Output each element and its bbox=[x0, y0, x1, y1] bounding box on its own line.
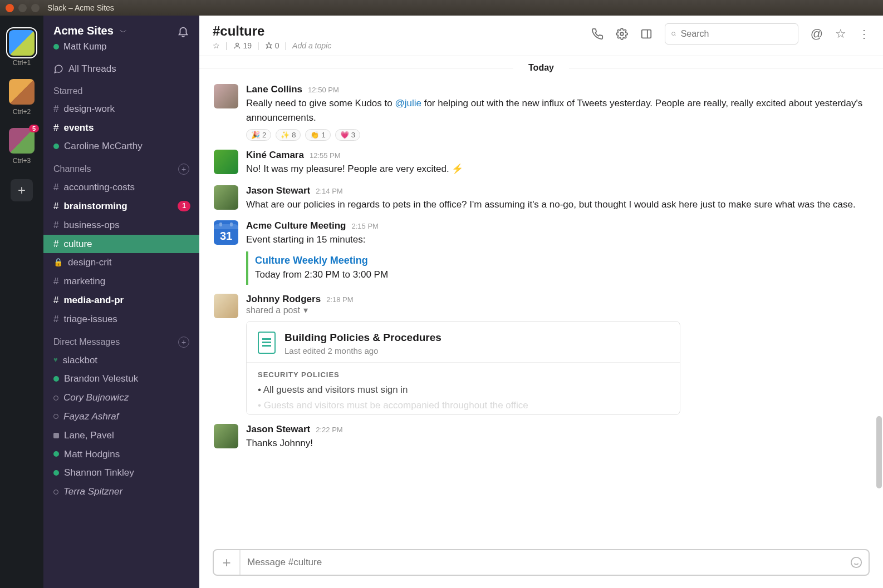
channel-business-ops[interactable]: #business-ops bbox=[43, 216, 199, 235]
svg-point-6 bbox=[851, 557, 861, 567]
workspace-2-shortcut: Ctrl+2 bbox=[13, 108, 31, 116]
dm-fayaz[interactable]: Fayaz Ashraf bbox=[43, 407, 199, 426]
message-list[interactable]: Today Lane Collins12:50 PM Really need t… bbox=[199, 56, 883, 545]
message-text: No! It was my pleasure! People are very … bbox=[246, 162, 869, 176]
message-time: 2:14 PM bbox=[316, 187, 342, 195]
workspace-1-shortcut: Ctrl+1 bbox=[13, 59, 31, 67]
pin-icon bbox=[265, 42, 273, 50]
member-count[interactable]: 19 bbox=[233, 41, 252, 50]
workspace-rail: Ctrl+1 Ctrl+2 5 Ctrl+3 + bbox=[0, 16, 43, 588]
message-text: Really need to give some Kudos to @julie… bbox=[246, 96, 869, 125]
more-menu-icon[interactable]: ⋮ bbox=[859, 27, 870, 41]
event-time: Today from 2:30 PM to 3:00 PM bbox=[255, 268, 862, 282]
avatar[interactable] bbox=[214, 84, 238, 108]
current-user-name: Matt Kump bbox=[63, 42, 106, 52]
channel-design-crit[interactable]: 🔒design-crit bbox=[43, 253, 199, 272]
svg-point-4 bbox=[671, 32, 675, 36]
presence-active-icon bbox=[53, 144, 59, 149]
starred-channel-design-work[interactable]: #design-work bbox=[43, 100, 199, 118]
pin-count[interactable]: 0 bbox=[265, 41, 279, 50]
channel-culture[interactable]: #culture bbox=[43, 235, 199, 254]
workspace-switcher[interactable]: Acme Sites ﹀ bbox=[53, 24, 127, 37]
channel-brainstorming[interactable]: #brainstorming1 bbox=[43, 197, 199, 216]
workspace-add-button[interactable]: + bbox=[11, 179, 33, 201]
event-title: Culture Weekly Meeting bbox=[255, 255, 862, 266]
avatar[interactable] bbox=[214, 150, 238, 174]
person-icon bbox=[233, 42, 241, 50]
current-user[interactable]: Matt Kump bbox=[43, 42, 199, 60]
message-composer[interactable]: + bbox=[213, 549, 870, 576]
post-bullet-faded: • Guests and visitors must be accompanie… bbox=[258, 400, 669, 411]
add-channel-button[interactable]: + bbox=[178, 164, 189, 175]
dm-cory[interactable]: Cory Bujnowicz bbox=[43, 388, 199, 407]
window-maximize-button[interactable] bbox=[31, 4, 40, 12]
all-threads[interactable]: All Threads bbox=[43, 60, 199, 78]
mention[interactable]: @julie bbox=[395, 98, 421, 108]
scrollbar-thumb[interactable] bbox=[876, 416, 882, 488]
chevron-down-icon: ▾ bbox=[303, 305, 308, 315]
message-text: What are our policies in regards to pets… bbox=[246, 197, 869, 212]
channel-marketing[interactable]: #marketing bbox=[43, 272, 199, 291]
details-pane-icon[interactable] bbox=[640, 28, 653, 40]
search-input[interactable] bbox=[681, 29, 792, 39]
channel-accounting-costs[interactable]: #accounting-costs bbox=[43, 178, 199, 197]
workspace-2[interactable] bbox=[9, 79, 35, 105]
message-author[interactable]: Kiné Camara bbox=[246, 150, 304, 161]
composer-attach-button[interactable]: + bbox=[214, 550, 241, 575]
presence-active-icon bbox=[53, 470, 59, 476]
reaction[interactable]: ✨8 bbox=[276, 129, 301, 141]
message-author[interactable]: Jason Stewart bbox=[246, 424, 310, 435]
message: Jason Stewart2:14 PM What are our polici… bbox=[199, 181, 883, 216]
search-box[interactable] bbox=[665, 23, 798, 45]
dm-slackbot[interactable]: ♥slackbot bbox=[43, 351, 199, 370]
search-icon bbox=[671, 29, 676, 39]
os-titlebar: Slack – Acme Sites bbox=[0, 0, 883, 16]
message-author[interactable]: Johnny Rodgers bbox=[246, 294, 321, 305]
message-author[interactable]: Acme Culture Meeting bbox=[246, 220, 346, 231]
message-text: Event starting in 15 minutes: bbox=[246, 233, 869, 247]
avatar[interactable] bbox=[214, 294, 238, 318]
post-card[interactable]: Building Policies & Procedures Last edit… bbox=[246, 321, 680, 415]
message-author[interactable]: Lane Collins bbox=[246, 84, 302, 95]
starred-channel-events[interactable]: #events bbox=[43, 118, 199, 137]
emoji-picker-icon[interactable] bbox=[844, 556, 869, 569]
message-author[interactable]: Jason Stewart bbox=[246, 185, 310, 196]
dm-terra[interactable]: Terra Spitzner bbox=[43, 482, 199, 501]
window-minimize-button[interactable] bbox=[18, 4, 27, 12]
add-dm-button[interactable]: + bbox=[178, 337, 189, 348]
message-time: 12:50 PM bbox=[308, 86, 339, 94]
channel-media-and-pr[interactable]: #media-and-pr bbox=[43, 291, 199, 310]
workspace-1[interactable] bbox=[9, 30, 35, 56]
call-icon[interactable] bbox=[591, 28, 604, 40]
window-close-button[interactable] bbox=[6, 4, 14, 12]
channel-triage-issues[interactable]: #triage-issues bbox=[43, 310, 199, 329]
workspace-3[interactable]: 5 bbox=[9, 128, 35, 154]
reaction[interactable]: 🎉2 bbox=[246, 129, 271, 141]
avatar[interactable] bbox=[214, 185, 238, 210]
dm-brandon[interactable]: Brandon Velestuk bbox=[43, 369, 199, 388]
avatar[interactable] bbox=[214, 424, 238, 448]
add-topic[interactable]: Add a topic bbox=[292, 41, 331, 50]
notifications-bell-icon[interactable] bbox=[177, 25, 189, 37]
reaction[interactable]: 💗3 bbox=[335, 129, 360, 141]
chevron-down-icon: ﹀ bbox=[120, 28, 127, 36]
star-channel-icon[interactable]: ☆ bbox=[213, 41, 220, 50]
star-icon[interactable]: ☆ bbox=[835, 27, 846, 41]
dm-matt-hodgins[interactable]: Matt Hodgins bbox=[43, 445, 199, 464]
message-text: Thanks Johnny! bbox=[246, 436, 869, 451]
starred-dm-caroline[interactable]: Caroline McCarthy bbox=[43, 137, 199, 156]
reaction[interactable]: 👏1 bbox=[305, 129, 330, 141]
shared-post-subline[interactable]: shared a post ▾ bbox=[246, 305, 869, 315]
message-shared-post: Johnny Rodgers2:18 PM shared a post ▾ Bu… bbox=[199, 289, 883, 419]
event-attachment[interactable]: Culture Weekly Meeting Today from 2:30 P… bbox=[246, 251, 869, 285]
mentions-icon[interactable]: @ bbox=[811, 27, 823, 41]
unread-badge: 1 bbox=[178, 201, 190, 211]
message-time: 12:55 PM bbox=[310, 151, 341, 160]
gear-icon[interactable] bbox=[616, 28, 628, 40]
dm-lane-pavel[interactable]: Lane, Pavel bbox=[43, 426, 199, 445]
workspace-name: Acme Sites bbox=[53, 24, 114, 37]
composer-input[interactable] bbox=[241, 557, 844, 568]
message: Kiné Camara12:55 PM No! It was my pleasu… bbox=[199, 145, 883, 181]
dm-shannon[interactable]: Shannon Tinkley bbox=[43, 463, 199, 482]
post-title: Building Policies & Procedures bbox=[284, 332, 442, 344]
